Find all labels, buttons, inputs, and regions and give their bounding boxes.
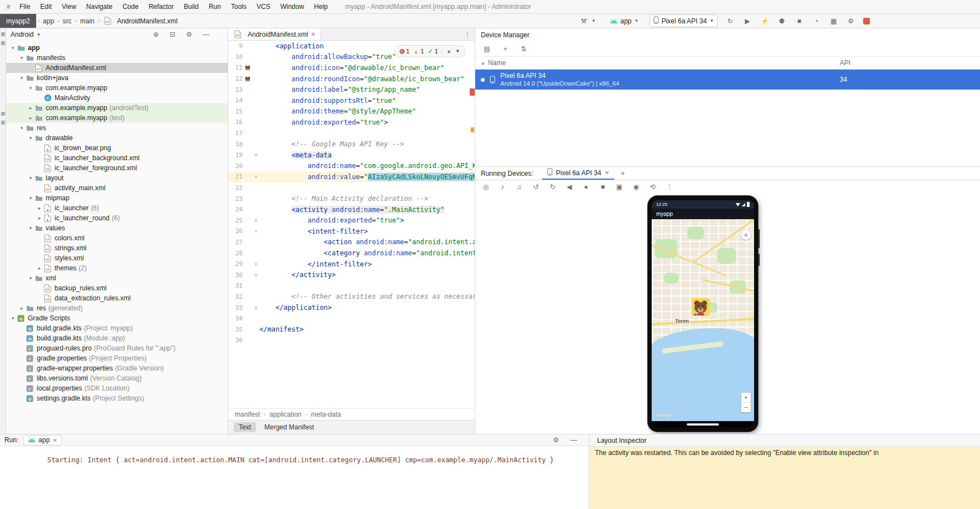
tree-item[interactable]: ▸com.example.myapp(androidTest) [6,103,228,113]
chevron-right-icon[interactable]: ▸ [36,265,43,271]
gesture-pill[interactable] [687,423,719,426]
record-icon[interactable]: ◉ [631,182,641,191]
code-line[interactable]: 34 [228,313,475,324]
tree-item[interactable]: <>data_extraction_rules.xml [6,293,228,303]
device-manager-icon[interactable]: ▦ [829,17,839,26]
tree-item[interactable]: CMainActivity [6,93,228,103]
menu-view[interactable]: View [57,0,81,13]
tree-item[interactable]: ≡local.properties(SDK Location) [6,383,228,393]
device-table-header[interactable]: ▲ Name API [475,56,980,70]
code-line[interactable]: 36 [228,335,475,346]
code-line[interactable]: 19∨ <meta-data [228,150,475,161]
tree-item[interactable]: ▾kotlin+java [6,73,228,83]
run-icon[interactable]: ▶ [742,17,752,26]
chevron-down-icon[interactable]: ▾ [18,125,25,131]
apply-changes-icon[interactable]: ⚡ [760,17,770,26]
chevron-right-icon[interactable]: ▸ [36,205,43,211]
menu-help[interactable]: Help [309,0,333,13]
fold-icon[interactable]: ∨ [253,261,259,266]
code-line[interactable]: 12 android:roundIcon="@drawable/ic_brown… [228,73,475,85]
fold-icon[interactable]: ∨ [253,174,259,179]
code-line[interactable]: 22 [228,182,475,194]
xml-breadcrumb-item[interactable]: manifest [235,411,260,418]
close-icon[interactable]: ✕ [52,437,57,443]
app-menu-icon[interactable]: ≡ [4,3,12,11]
tree-item[interactable]: Gsettings.gradle.kts(Project Settings) [6,393,228,403]
code-line[interactable]: 18 <!-- Google Maps API Key --> [228,139,475,150]
fold-icon[interactable]: ∨ [253,273,259,278]
code-line[interactable]: 27 <action android:name="android.intent.… [228,237,475,248]
editor-scrollbar[interactable] [470,41,475,408]
bear-map-marker[interactable] [692,298,710,316]
collapse-all-icon[interactable]: ⊟ [168,30,178,39]
hide-icon[interactable]: — [201,30,211,39]
tree-item[interactable]: <>ic_launcher_foreground.xml [6,163,228,173]
breadcrumb-item[interactable]: main [78,17,96,25]
tree-item[interactable]: ▾GGradle Scripts [6,313,228,323]
tree-item[interactable]: ▾res [6,123,228,133]
code-line[interactable]: 25∨ android:exported="true"> [228,215,475,226]
rotate-right-icon[interactable]: ↻ [548,182,558,191]
fold-icon[interactable]: ∨ [253,305,259,310]
project-view-selector[interactable]: Android [11,31,33,38]
tree-item[interactable]: ▸▲ic_launcher(6) [6,203,228,213]
overview-icon[interactable]: ■ [598,182,608,191]
menu-build[interactable]: Build [179,0,204,13]
add-device-icon[interactable]: + [500,45,510,53]
tree-item[interactable]: ≡libs.versions.toml(Version Catalog) [6,373,228,383]
map-view[interactable]: ✛ Toron + − Google [652,219,754,421]
run-tab[interactable]: app ✕ [23,435,61,446]
zoom-out-button[interactable]: − [741,402,751,412]
menu-file[interactable]: File [14,0,35,13]
code-line[interactable]: 11 android:icon="@drawable/ic_brown_bear… [228,62,475,73]
tree-item[interactable]: ▾app [6,43,228,53]
rotate-left-icon[interactable]: ↺ [531,182,541,191]
fold-icon[interactable]: ∨ [253,229,259,234]
tree-item[interactable]: <>strings.xml [6,243,228,253]
back-icon[interactable]: ◀ [564,182,574,191]
debug-icon[interactable]: ⚉ [777,17,787,26]
device-select[interactable]: Pixel 6a API 34 ▼ [649,14,718,27]
home-icon[interactable]: ● [581,182,591,191]
code-line[interactable]: 29∨ </intent-filter> [228,259,475,270]
tree-item[interactable]: ▾xml [6,273,228,283]
code-line[interactable]: 23 <!-- Main Activity declaration --> [228,193,475,204]
breadcrumb-item[interactable]: src [61,17,73,25]
chevron-down-icon[interactable]: ▾ [27,175,34,181]
code-line[interactable]: 30∨ </activity> [228,269,475,280]
power-icon[interactable]: ◎ [481,182,491,191]
structure-stripe-icon[interactable] [1,112,5,116]
tree-item[interactable]: Gbuild.gradle.kts(Module :app) [6,333,228,343]
running-device-tab[interactable]: Pixel 6a API 34 ✕ [542,167,614,180]
previous-problem-icon[interactable]: ▲ [446,48,451,54]
project-stripe-icon[interactable] [1,32,5,36]
code-line[interactable]: 17 [228,128,475,139]
run-console[interactable]: Starting: Intent { act=android.intent.ac… [0,446,589,509]
menu-tools[interactable]: Tools [226,0,252,13]
screenshot-icon[interactable]: ▣ [614,182,624,191]
volume-down-icon[interactable]: ♪ [498,182,508,191]
tree-item[interactable]: ▾drawable [6,133,228,143]
settings-icon[interactable]: ⚙ [551,436,561,444]
code-line[interactable]: 28 <category android:name="android.inten… [228,248,475,259]
error-stripe-mark[interactable] [470,88,475,96]
tree-item[interactable]: ▾manifests [6,53,228,63]
menu-edit[interactable]: Edit [35,0,57,13]
xml-breadcrumb-item[interactable]: application [269,411,301,418]
chevron-down-icon[interactable]: ▾ [18,75,25,81]
tree-item[interactable]: ▾values [6,223,228,233]
tree-item[interactable]: ▲ic_brown_bear.png [6,143,228,153]
zoom-in-button[interactable]: + [741,393,751,402]
chevron-down-icon[interactable]: ▾ [27,195,34,201]
code-line[interactable]: 15 android:theme="@style/AppTheme" [228,106,475,117]
breadcrumb-file[interactable]: <> AndroidManifest.xml [101,17,178,26]
settings-icon[interactable]: ⚙ [184,30,194,39]
build-menu-button[interactable]: ⚒ ▼ [575,16,599,27]
chevron-down-icon[interactable]: ▾ [27,85,34,91]
tree-item[interactable]: ▾layout [6,173,228,183]
code-line[interactable]: 20 android:name="com.google.android.geo.… [228,161,475,172]
chevron-down-icon[interactable]: ▾ [27,275,34,281]
fold-icon[interactable]: ∨ [253,152,259,157]
tree-item[interactable]: ▸res(generated) [6,303,228,313]
sort-icon[interactable]: ⇅ [519,45,529,53]
